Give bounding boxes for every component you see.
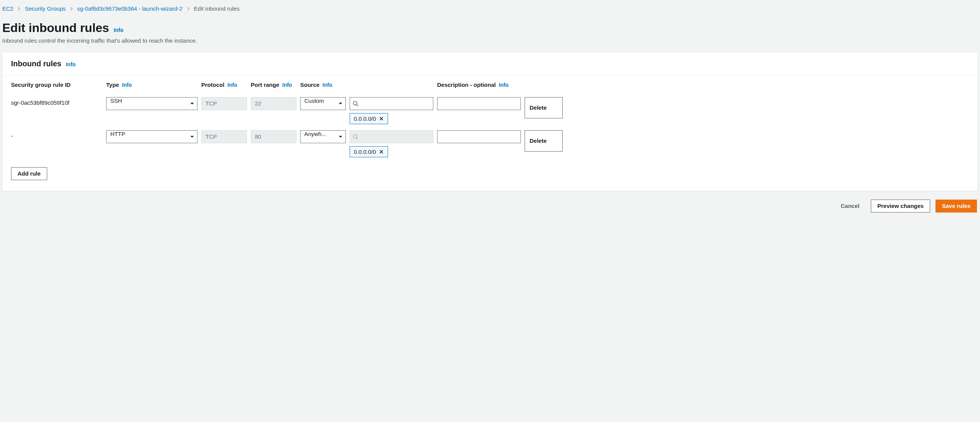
page-subtitle: Inbound rules control the incoming traff… xyxy=(2,37,978,44)
panel-title-info-link[interactable]: Info xyxy=(66,61,76,67)
rules-header-row: Security group rule ID Type Info Protoco… xyxy=(11,75,969,91)
col-type-info-link[interactable]: Info xyxy=(122,81,132,89)
source-cidr-token: 0.0.0.0/0 xyxy=(350,146,388,157)
source-mode-select[interactable]: Custom xyxy=(300,97,346,110)
footer-actions: Cancel Preview changes Save rules xyxy=(2,191,978,214)
source-search-input xyxy=(350,130,433,143)
source-mode-select[interactable]: Anywh... xyxy=(300,130,346,143)
source-cidr-text: 0.0.0.0/0 xyxy=(354,115,376,122)
cancel-button[interactable]: Cancel xyxy=(835,200,865,213)
col-port-range: Port range Info xyxy=(251,81,296,90)
delete-rule-button[interactable]: Delete xyxy=(525,97,563,118)
rule-row: sgr-0ac53bf89c059f10f SSH TCP 22 Custom xyxy=(11,91,969,124)
rule-row: - HTTP TCP 80 Anywh... xyxy=(11,124,969,157)
search-icon xyxy=(353,134,358,139)
add-rule-button[interactable]: Add rule xyxy=(11,167,47,180)
rule-id-text: sgr-0ac53bf89c059f10f xyxy=(11,97,102,106)
breadcrumb-link-ec2[interactable]: EC2 xyxy=(2,5,13,12)
protocol-input: TCP xyxy=(201,97,247,110)
save-rules-button[interactable]: Save rules xyxy=(935,200,977,213)
type-select-value[interactable]: HTTP xyxy=(106,130,197,143)
type-select[interactable]: SSH xyxy=(106,97,197,110)
source-mode-value[interactable]: Anywh... xyxy=(300,130,346,143)
page-title: Edit inbound rules xyxy=(2,21,109,35)
type-select[interactable]: HTTP xyxy=(106,130,197,143)
type-select-value[interactable]: SSH xyxy=(106,97,197,110)
col-type: Type Info xyxy=(106,81,197,90)
col-source: Source Info xyxy=(300,81,433,90)
page-title-info-link[interactable]: Info xyxy=(114,27,124,33)
preview-changes-button[interactable]: Preview changes xyxy=(871,200,930,213)
source-search-input[interactable] xyxy=(350,97,433,110)
search-icon xyxy=(353,101,358,106)
panel-title: Inbound rules xyxy=(11,59,61,68)
col-rule-id: Security group rule ID xyxy=(11,81,102,90)
chevron-right-icon xyxy=(186,7,190,11)
breadcrumb: EC2 Security Groups sg-0af6d3c9673e0b364… xyxy=(2,4,978,17)
breadcrumb-current: Edit inbound rules xyxy=(194,5,240,12)
protocol-input: TCP xyxy=(201,130,247,143)
col-description: Description - optional Info xyxy=(437,81,521,90)
col-source-info-link[interactable]: Info xyxy=(323,81,332,89)
col-protocol-info-link[interactable]: Info xyxy=(228,81,237,89)
col-description-info-link[interactable]: Info xyxy=(499,81,509,89)
breadcrumb-link-security-groups[interactable]: Security Groups xyxy=(25,5,66,12)
source-mode-value[interactable]: Custom xyxy=(300,97,346,110)
rule-id-text: - xyxy=(11,130,102,139)
chevron-right-icon xyxy=(17,7,21,11)
close-icon[interactable] xyxy=(379,116,384,121)
source-cidr-text: 0.0.0.0/0 xyxy=(354,149,376,155)
close-icon[interactable] xyxy=(379,149,384,154)
source-cidr-token: 0.0.0.0/0 xyxy=(350,113,388,124)
port-range-input: 22 xyxy=(251,97,296,110)
chevron-right-icon xyxy=(70,7,73,11)
col-port-range-info-link[interactable]: Info xyxy=(282,81,292,89)
inbound-rules-panel: Inbound rules Info Security group rule I… xyxy=(2,52,978,191)
col-protocol: Protocol Info xyxy=(201,81,247,90)
svg-point-1 xyxy=(353,134,357,138)
svg-point-0 xyxy=(353,101,357,105)
breadcrumb-link-sg[interactable]: sg-0af6d3c9673e0b364 - launch-wizard-2 xyxy=(77,5,183,12)
port-range-input: 80 xyxy=(251,130,296,143)
description-input[interactable] xyxy=(437,130,521,143)
description-input[interactable] xyxy=(437,97,521,110)
delete-rule-button[interactable]: Delete xyxy=(525,130,563,152)
